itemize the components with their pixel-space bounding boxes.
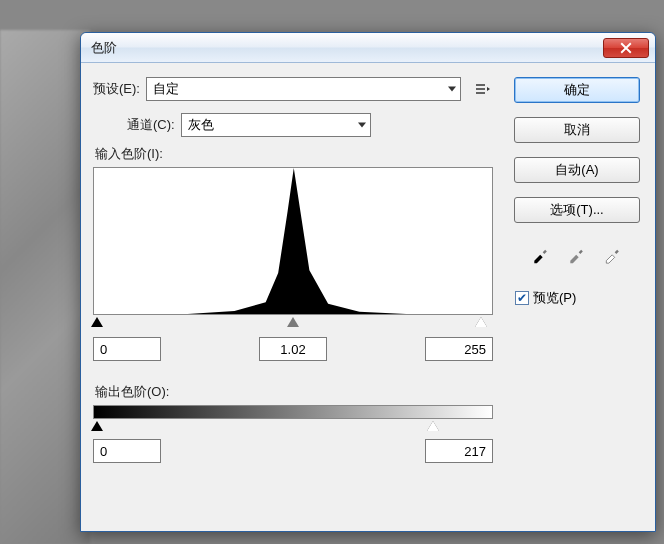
eyedropper-icon: [602, 244, 624, 264]
preview-label: 预览(P): [533, 289, 576, 307]
preset-label: 预设(E):: [93, 80, 140, 98]
channel-value: 灰色: [188, 116, 214, 134]
input-highlight-field[interactable]: 255: [425, 337, 493, 361]
eyedropper-icon: [566, 244, 588, 264]
titlebar[interactable]: 色阶: [81, 33, 655, 63]
output-slider[interactable]: [93, 421, 493, 435]
preset-menu-button[interactable]: [473, 80, 493, 98]
channel-label: 通道(C):: [127, 116, 175, 134]
input-mid-handle[interactable]: [287, 317, 299, 327]
output-shadow-field[interactable]: 0: [93, 439, 161, 463]
close-icon: [620, 42, 632, 54]
options-button[interactable]: 选项(T)...: [514, 197, 640, 223]
chevron-down-icon: [448, 87, 456, 92]
levels-dialog: 色阶 预设(E): 自定 通道(C):: [80, 32, 656, 532]
eyedropper-gray[interactable]: [564, 243, 590, 265]
input-levels-label: 输入色阶(I):: [95, 145, 493, 163]
eyedropper-group: [528, 243, 626, 265]
close-button[interactable]: [603, 38, 649, 58]
input-slider[interactable]: [93, 317, 493, 331]
auto-button[interactable]: 自动(A): [514, 157, 640, 183]
cancel-button[interactable]: 取消: [514, 117, 640, 143]
histogram: [93, 167, 493, 315]
ok-button[interactable]: 确定: [514, 77, 640, 103]
eyedropper-white[interactable]: [600, 243, 626, 265]
output-highlight-field[interactable]: 217: [425, 439, 493, 463]
output-gradient: [93, 405, 493, 419]
input-shadow-field[interactable]: 0: [93, 337, 161, 361]
preset-combo[interactable]: 自定: [146, 77, 461, 101]
eyedropper-icon: [530, 244, 552, 264]
preview-checkbox[interactable]: ✔: [515, 291, 529, 305]
input-highlight-handle[interactable]: [475, 317, 487, 327]
histogram-shape: [94, 168, 492, 314]
window-title: 色阶: [91, 39, 117, 57]
svg-marker-0: [94, 168, 492, 314]
channel-combo[interactable]: 灰色: [181, 113, 371, 137]
menu-icon: [475, 83, 491, 95]
output-levels-label: 输出色阶(O):: [95, 383, 493, 401]
check-icon: ✔: [517, 292, 527, 304]
output-highlight-handle[interactable]: [427, 421, 439, 431]
input-mid-field[interactable]: 1.02: [259, 337, 327, 361]
preset-value: 自定: [153, 80, 179, 98]
input-shadow-handle[interactable]: [91, 317, 103, 327]
eyedropper-black[interactable]: [528, 243, 554, 265]
chevron-down-icon: [358, 123, 366, 128]
output-shadow-handle[interactable]: [91, 421, 103, 431]
